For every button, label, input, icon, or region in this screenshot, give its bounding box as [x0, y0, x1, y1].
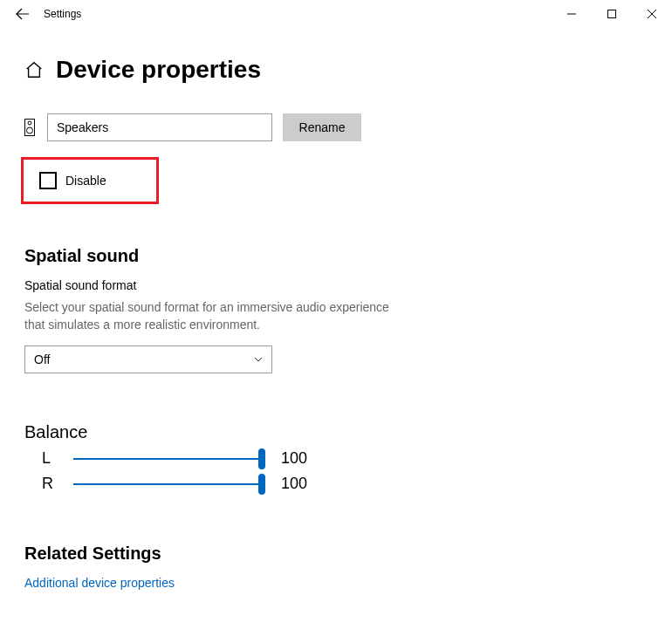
balance-right-slider[interactable]: [73, 483, 262, 485]
balance-left-slider[interactable]: [73, 458, 262, 460]
disable-label: Disable: [65, 174, 106, 188]
balance-left-value: 100: [281, 449, 307, 468]
speaker-icon: [24, 119, 35, 136]
disable-checkbox-highlight: Disable: [21, 157, 159, 204]
maximize-icon: [607, 10, 616, 18]
svg-point-3: [27, 127, 33, 133]
spatial-sound-value: Off: [34, 352, 50, 366]
rename-button[interactable]: Rename: [283, 113, 361, 141]
chevron-down-icon: [254, 355, 263, 364]
svg-rect-0: [608, 10, 616, 18]
balance-left-label: L: [42, 449, 61, 468]
spatial-sound-helper: Select your spatial sound format for an …: [24, 299, 408, 333]
maximize-button[interactable]: [592, 0, 632, 28]
spatial-sound-heading: Spatial sound: [24, 246, 648, 266]
balance-right-value: 100: [281, 475, 307, 493]
slider-thumb[interactable]: [258, 474, 265, 495]
back-button[interactable]: [10, 2, 35, 26]
slider-thumb[interactable]: [258, 448, 265, 469]
spatial-sound-dropdown[interactable]: Off: [24, 345, 272, 373]
minimize-button[interactable]: [552, 0, 592, 28]
page-title: Device properties: [56, 56, 261, 84]
close-button[interactable]: [632, 0, 672, 28]
home-icon[interactable]: [24, 60, 44, 79]
balance-heading: Balance: [24, 422, 648, 442]
additional-device-properties-link[interactable]: Additional device properties: [24, 576, 175, 590]
window-title: Settings: [44, 8, 81, 20]
balance-right-label: R: [42, 475, 61, 493]
spatial-sound-format-label: Spatial sound format: [24, 278, 648, 292]
arrow-left-icon: [16, 7, 30, 21]
related-settings-heading: Related Settings: [24, 544, 648, 564]
minimize-icon: [567, 10, 576, 18]
close-icon: [648, 10, 656, 18]
device-name-input[interactable]: [47, 113, 272, 141]
disable-checkbox[interactable]: [39, 172, 57, 189]
svg-point-2: [28, 121, 31, 125]
